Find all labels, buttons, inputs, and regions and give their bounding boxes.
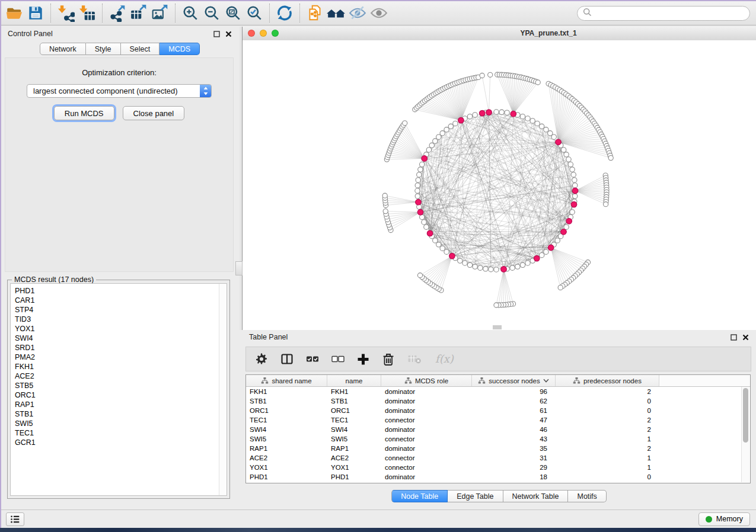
show-columns-icon[interactable] bbox=[280, 352, 294, 366]
mcds-result-item[interactable]: CAR1 bbox=[15, 296, 219, 305]
mcds-hub-node[interactable] bbox=[501, 267, 507, 273]
table-row[interactable]: RAP1RAP1dominator352 bbox=[246, 444, 750, 453]
column-header-name[interactable]: name bbox=[327, 375, 381, 386]
mcds-hub-node[interactable] bbox=[422, 156, 428, 162]
network-graph[interactable] bbox=[243, 40, 756, 329]
mcds-result-item[interactable]: STP4 bbox=[15, 305, 219, 315]
mcds-result-item[interactable]: PHD1 bbox=[15, 286, 219, 296]
table-row[interactable]: SWI5SWI5connector431 bbox=[246, 434, 750, 444]
close-panel-icon[interactable] bbox=[225, 31, 232, 37]
mcds-result-item[interactable]: TEC1 bbox=[15, 428, 219, 438]
node-table-body[interactable]: FKH1FKH1dominator962STB1STB1dominator620… bbox=[246, 387, 750, 482]
table-scrollbar-thumb[interactable] bbox=[743, 388, 748, 443]
float-panel-icon[interactable] bbox=[213, 31, 220, 37]
mcds-result-item[interactable]: STB5 bbox=[15, 381, 219, 390]
export-image-icon[interactable] bbox=[149, 3, 171, 23]
table-options-icon[interactable] bbox=[255, 352, 268, 366]
network-window-titlebar[interactable]: YPA_prune.txt_1 bbox=[243, 27, 756, 41]
close-window-button[interactable] bbox=[248, 30, 255, 37]
table-row[interactable]: YOX1YOX1connector291 bbox=[246, 463, 750, 472]
hide-selected-icon[interactable] bbox=[347, 3, 368, 23]
mcds-result-list[interactable]: PHD1CAR1STP4TID3YOX1SWI4SRD1PMA2FKH1ACE2… bbox=[11, 284, 219, 495]
table-row[interactable]: ACE2ACE2connector311 bbox=[246, 453, 750, 463]
first-neighbors-icon[interactable] bbox=[326, 3, 347, 23]
zoom-selected-icon[interactable] bbox=[244, 3, 265, 23]
tab-node-table[interactable]: Node Table bbox=[391, 490, 448, 502]
select-all-icon[interactable] bbox=[306, 353, 319, 365]
new-column-icon[interactable] bbox=[357, 353, 369, 366]
table-row[interactable]: ORC1ORC1dominator610 bbox=[246, 406, 750, 415]
search-box[interactable] bbox=[577, 6, 750, 21]
vertical-split-grip[interactable] bbox=[235, 261, 243, 275]
import-table-icon[interactable] bbox=[76, 3, 98, 23]
open-session-icon[interactable] bbox=[4, 3, 25, 23]
column-header-mcds-role[interactable]: MCDS role bbox=[381, 375, 472, 386]
mcds-hub-node[interactable] bbox=[561, 229, 567, 235]
tab-motifs[interactable]: Motifs bbox=[568, 490, 606, 502]
mcds-hub-node[interactable] bbox=[571, 201, 577, 207]
delete-rows-icon[interactable] bbox=[382, 352, 395, 366]
zoom-out-icon[interactable] bbox=[201, 3, 222, 23]
table-row[interactable]: TEC1TEC1connector472 bbox=[246, 415, 750, 425]
column-header-shared-name[interactable]: shared name bbox=[246, 375, 327, 386]
mcds-result-item[interactable]: RAP1 bbox=[15, 400, 219, 409]
optimization-criterion-select[interactable]: largest connected component (undirected) bbox=[27, 84, 212, 98]
table-row[interactable]: PHD1PHD1dominator180 bbox=[246, 472, 750, 482]
tab-style[interactable]: Style bbox=[86, 43, 121, 55]
mcds-hub-node[interactable] bbox=[417, 209, 423, 215]
mcds-hub-node[interactable] bbox=[458, 117, 464, 123]
mcds-hub-node[interactable] bbox=[566, 219, 572, 225]
mcds-hub-node[interactable] bbox=[479, 110, 485, 116]
run-mcds-button[interactable]: Run MCDS bbox=[54, 106, 114, 120]
mcds-hub-node[interactable] bbox=[572, 188, 578, 194]
horizontal-split-grip[interactable] bbox=[493, 325, 502, 329]
mcds-result-item[interactable]: TID3 bbox=[15, 315, 219, 324]
table-row[interactable]: STB1STB1dominator620 bbox=[246, 396, 750, 406]
mcds-hub-node[interactable] bbox=[556, 139, 562, 145]
close-table-panel-icon[interactable] bbox=[742, 334, 749, 341]
mcds-result-item[interactable]: GCR1 bbox=[15, 438, 219, 447]
mcds-result-item[interactable]: ACE2 bbox=[15, 371, 219, 381]
mcds-hub-node[interactable] bbox=[511, 111, 516, 117]
mcds-result-item[interactable]: SRD1 bbox=[15, 343, 219, 352]
close-panel-button[interactable]: Close panel bbox=[123, 106, 185, 120]
mcds-hub-node[interactable] bbox=[486, 110, 492, 116]
memory-button[interactable]: Memory bbox=[698, 512, 750, 526]
refresh-layout-icon[interactable] bbox=[274, 3, 295, 23]
import-network-icon[interactable] bbox=[55, 3, 76, 23]
tab-edge-table[interactable]: Edge Table bbox=[448, 490, 503, 502]
column-header-successor-nodes[interactable]: successor nodes bbox=[472, 375, 556, 386]
mcds-result-item[interactable]: SWI4 bbox=[15, 334, 219, 343]
unselect-all-icon[interactable] bbox=[331, 353, 344, 365]
mcds-hub-node[interactable] bbox=[427, 230, 433, 236]
minimize-window-button[interactable] bbox=[260, 30, 267, 37]
mcds-hub-node[interactable] bbox=[534, 255, 540, 261]
mcds-result-item[interactable]: STB1 bbox=[15, 409, 219, 419]
search-input[interactable] bbox=[595, 8, 744, 18]
table-row[interactable]: SWI4SWI4dominator462 bbox=[246, 425, 750, 434]
show-all-icon[interactable] bbox=[368, 3, 390, 23]
tab-select[interactable]: Select bbox=[121, 43, 160, 55]
zoom-in-icon[interactable] bbox=[180, 3, 201, 23]
column-header-predecessor-nodes[interactable]: predecessor nodes bbox=[556, 375, 659, 386]
duplicate-network-icon[interactable] bbox=[304, 3, 326, 23]
mcds-hub-node[interactable] bbox=[548, 245, 554, 251]
float-table-panel-icon[interactable] bbox=[731, 334, 737, 341]
panel-selector-button[interactable] bbox=[6, 512, 24, 526]
zoom-window-button[interactable] bbox=[272, 30, 279, 37]
save-session-icon[interactable] bbox=[25, 3, 46, 23]
tab-network[interactable]: Network bbox=[40, 43, 86, 55]
node-table[interactable]: shared namenameMCDS rolesuccessor nodesp… bbox=[245, 374, 751, 483]
table-row[interactable]: FKH1FKH1dominator962 bbox=[246, 387, 750, 396]
zoom-fit-icon[interactable] bbox=[222, 3, 244, 23]
mcds-result-item[interactable]: PMA2 bbox=[15, 352, 219, 362]
mcds-hub-node[interactable] bbox=[416, 199, 422, 205]
mcds-result-item[interactable]: SWI5 bbox=[15, 419, 219, 428]
export-table-icon[interactable] bbox=[128, 3, 149, 23]
mcds-result-item[interactable]: ORC1 bbox=[15, 390, 219, 400]
export-network-icon[interactable] bbox=[107, 3, 128, 23]
table-scrollbar[interactable] bbox=[741, 387, 749, 482]
mcds-hub-node[interactable] bbox=[449, 253, 455, 259]
network-canvas[interactable] bbox=[243, 40, 756, 329]
node-table-header[interactable]: shared namenameMCDS rolesuccessor nodesp… bbox=[246, 375, 750, 387]
